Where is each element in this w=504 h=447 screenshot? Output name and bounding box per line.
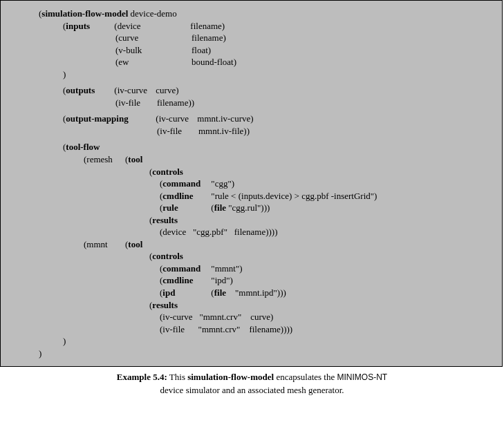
- figure-caption: Example 5.4: This simulation-flow-model …: [0, 367, 504, 401]
- kw-command-0: command: [162, 178, 211, 190]
- res-line-0-0: (device "cgg.pbf" filename)))): [160, 226, 278, 238]
- kw-tool-0: tool: [128, 153, 142, 166]
- tool1-open: (mmnt(tool: [1, 238, 502, 251]
- kw-output-mapping: output-mapping: [66, 113, 156, 125]
- code-listing-box: (simulation-flow-model device-demo (inpu…: [0, 0, 503, 367]
- tool1-results: (results: [1, 299, 502, 312]
- kw-sfm: simulation-flow-model: [41, 8, 128, 20]
- kw-tool-flow: tool-flow: [66, 141, 100, 153]
- kw-file-0: file: [214, 202, 226, 214]
- kw-controls-1: controls: [152, 250, 183, 263]
- val-cmdline-0: "rule < (inputs.device) > cgg.pbf -inser…: [211, 190, 377, 202]
- kw-command-1: command: [162, 263, 211, 275]
- input-type-3: bound-float): [192, 56, 236, 68]
- outmap-row1: (iv-filemmnt.iv-file)): [1, 125, 502, 137]
- input-type-2: float): [192, 44, 211, 57]
- res-line-1-0: (iv-curve "mmnt.crv" curve): [160, 311, 273, 323]
- outmap-name-1: (iv-file: [157, 125, 198, 137]
- kw-results-0: results: [152, 214, 178, 227]
- input-name-1: (curve: [115, 32, 192, 44]
- val-command-1: "mmnt"): [211, 263, 242, 275]
- kw-file-1: file: [214, 287, 226, 299]
- kw-controls-0: controls: [152, 166, 183, 178]
- input-type-1: filename): [192, 32, 226, 44]
- kw-cmdline-0: cmdline: [162, 190, 211, 202]
- outputs-row0: (outputs(iv-curvecurve): [1, 84, 502, 97]
- outmap-val-1: mmnt.iv-file)): [198, 125, 250, 137]
- kw-ipd-1: ipd: [162, 287, 211, 299]
- tool1-controls: (controls: [1, 250, 502, 263]
- toolflow-close: ): [1, 335, 502, 348]
- tool1-ctrl-row0: (command"mmnt"): [1, 263, 502, 275]
- sfm-close: ): [1, 348, 502, 360]
- tool0-controls: (controls: [1, 166, 502, 178]
- kw-cmdline-1: cmdline: [162, 274, 211, 287]
- input-type-0: filename): [190, 20, 225, 32]
- tool0-name: (remesh: [84, 153, 125, 166]
- caption-label: Example 5.4:: [117, 372, 167, 382]
- output-name-0: (iv-curve: [114, 84, 156, 97]
- toolflow-open: (tool-flow: [1, 141, 502, 153]
- caption-tool: MINIMOS-NT: [337, 372, 387, 382]
- tool0-open: (remesh(tool: [1, 153, 502, 166]
- input-name-2: (v-bulk: [115, 44, 192, 57]
- tool0-ctrl-row0: (command"cgg"): [1, 178, 502, 190]
- tool0-res-row0: (device "cgg.pbf" filename)))): [1, 226, 502, 238]
- outmap-name-0: (iv-curve: [156, 113, 197, 125]
- tool1-res-row1: (iv-file "mmnt.crv" filename)))): [1, 323, 502, 336]
- kw-inputs: inputs: [66, 20, 114, 32]
- kw-rule-0: rule: [162, 202, 211, 214]
- inputs-close: ): [1, 68, 502, 81]
- kw-tool-1: tool: [128, 238, 142, 251]
- outmap-val-0: mmnt.iv-curve): [197, 113, 253, 125]
- caption-kw: simulation-flow-model: [187, 372, 274, 382]
- kw-outputs: outputs: [66, 84, 114, 97]
- input-name-3: (ew: [115, 56, 192, 68]
- tool1-res-row0: (iv-curve "mmnt.crv" curve): [1, 311, 502, 323]
- tool1-ctrl-row2: (ipd(file "mmnt.ipd"))): [1, 287, 502, 299]
- tool0-results: (results: [1, 214, 502, 227]
- outmap-row0: (output-mapping(iv-curvemmnt.iv-curve): [1, 113, 502, 125]
- inputs-row2: (v-bulkfloat): [1, 44, 502, 57]
- inputs-row3: (ewbound-float): [1, 56, 502, 68]
- tool1-ctrl-row1: (cmdline"ipd"): [1, 274, 502, 287]
- val-cmdline-1: "ipd"): [211, 274, 233, 287]
- tool0-ctrl-row1: (cmdline"rule < (inputs.device) > cgg.pb…: [1, 190, 502, 202]
- kw-results-1: results: [152, 299, 178, 312]
- outputs-row1: (iv-filefilename)): [1, 97, 502, 109]
- input-name-0: (device: [114, 20, 190, 32]
- output-type-0: curve): [156, 84, 178, 97]
- sfm-name: device-demo: [131, 8, 177, 20]
- sfm-header: (simulation-flow-model device-demo: [1, 8, 502, 20]
- val-command-0: "cgg"): [211, 178, 234, 190]
- tool0-ctrl-row2: (rule(file "cgg.rul"))): [1, 202, 502, 214]
- res-line-1-1: (iv-file "mmnt.crv" filename)))): [160, 323, 292, 336]
- inputs-row0: (inputs(devicefilename): [1, 20, 502, 32]
- output-name-1: (iv-file: [115, 97, 157, 109]
- tool1-name: (mmnt: [84, 238, 125, 251]
- inputs-row1: (curvefilename): [1, 32, 502, 44]
- output-type-1: filename)): [157, 97, 194, 109]
